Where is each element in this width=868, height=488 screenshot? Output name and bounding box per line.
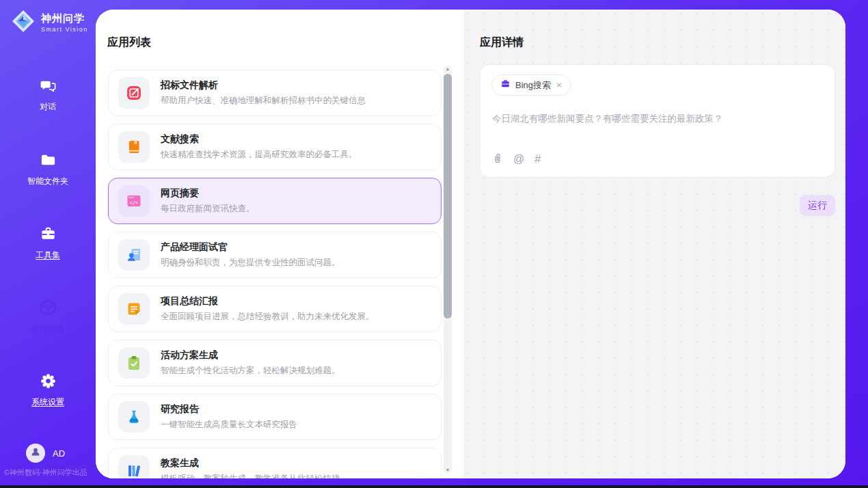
sidebar-item-smart-folder[interactable]: 智能文件夹 <box>0 151 96 187</box>
scrollbar[interactable]: ▲ ▼ <box>444 66 452 473</box>
chat-icon <box>39 77 57 98</box>
brand-name: 神州问学 <box>41 12 85 24</box>
app-description: 快速精准查找学术资源，提高研究效率的必备工具。 <box>161 149 357 161</box>
app-list-item[interactable]: 活动方案生成 智能生成个性化活动方案，轻松解决规划难题。 <box>108 340 442 386</box>
app-title: 网页摘要 <box>161 187 255 200</box>
book-icon <box>118 131 150 163</box>
scrollbar-thumb[interactable] <box>444 74 452 318</box>
tool-chip-bing-search[interactable]: Bing搜索 × <box>491 74 571 96</box>
app-title: 教案生成 <box>161 457 340 470</box>
sidebar-item-label: 系统设置 <box>0 396 96 408</box>
sidebar-item-label: 应用市场 <box>0 323 96 335</box>
person-icon <box>29 446 42 461</box>
attachment-icon[interactable] <box>492 152 503 167</box>
query-text[interactable]: 今日湖北有哪些新闻要点？有哪些需要关注的最新政策？ <box>492 113 824 125</box>
user-name: AD <box>53 448 65 459</box>
browser-code-icon: </> <box>118 185 150 217</box>
sidebar-item-toolset[interactable]: 工具集 <box>0 225 96 261</box>
bottom-bar <box>0 485 868 488</box>
mention-icon[interactable]: @ <box>513 153 524 165</box>
app-title: 研究报告 <box>161 403 297 416</box>
input-toolbar: @ # <box>492 152 541 167</box>
app-list: 招标文件解析 帮助用户快速、准确地理解和解析招标书中的关键信息 <box>108 60 442 478</box>
sidebar: 神州问学 Smart Vision 对话 智能文件夹 <box>0 0 96 488</box>
user-account[interactable]: AD <box>26 444 65 463</box>
app-description: 智能生成个性化活动方案，轻松解决规划难题。 <box>161 365 340 377</box>
app-list-panel: 应用列表 招标文件解析 帮助用户快速、准确地理 <box>96 10 463 478</box>
app-list-item[interactable]: 文献搜索 快速精准查找学术资源，提高研究效率的必备工具。 <box>108 124 442 170</box>
sidebar-item-label: 工具集 <box>0 249 96 261</box>
app-description: 明确身份和职责，为您提供专业性的面试问题。 <box>161 257 340 269</box>
app-description: 模板驱动，教案秒生成，教学准备从此轻松快捷 <box>161 473 340 478</box>
app-list-item[interactable]: 项目总结汇报 全面回顾项目进展，总结经验教训，助力未来优化发展。 <box>108 286 442 332</box>
clipboard-check-icon <box>118 347 150 379</box>
app-description: 一键智能生成高质量长文本研究报告 <box>161 419 297 431</box>
app-title: 活动方案生成 <box>161 349 340 362</box>
app-list-title: 应用列表 <box>107 36 151 50</box>
folder-icon <box>39 151 57 172</box>
books-icon <box>118 455 150 478</box>
edit-document-icon <box>118 77 150 109</box>
hash-icon[interactable]: # <box>534 153 541 165</box>
sidebar-item-label: 对话 <box>0 101 96 113</box>
app-list-item[interactable]: 招标文件解析 帮助用户快速、准确地理解和解析招标书中的关键信息 <box>108 70 442 116</box>
brand: 神州问学 Smart Vision <box>11 9 88 36</box>
app-title: 文献搜索 <box>161 133 357 146</box>
interviewer-icon <box>118 239 150 271</box>
brand-subtitle: Smart Vision <box>41 26 88 33</box>
tool-chip-label: Bing搜索 <box>515 79 551 92</box>
scroll-up-icon[interactable]: ▲ <box>444 66 452 71</box>
sidebar-item-label: 智能文件夹 <box>0 176 96 187</box>
app-window: 神州问学 Smart Vision 对话 智能文件夹 <box>0 0 868 488</box>
scroll-down-icon[interactable]: ▼ <box>444 467 452 472</box>
app-title: 招标文件解析 <box>161 79 366 92</box>
app-list-item-selected[interactable]: </> 网页摘要 每日政府新闻资讯快查。 <box>108 178 442 224</box>
report-note-icon <box>118 293 150 325</box>
cube-icon <box>38 298 57 320</box>
sidebar-item-chat[interactable]: 对话 <box>0 77 96 113</box>
toolbox-icon <box>39 225 57 246</box>
close-icon[interactable]: × <box>556 81 562 90</box>
app-list-item[interactable]: 教案生成 模板驱动，教案秒生成，教学准备从此轻松快捷 <box>108 448 442 478</box>
gear-icon <box>39 372 57 393</box>
content-area: 应用列表 招标文件解析 帮助用户快速、准确地理 <box>96 10 845 478</box>
prompt-input-card[interactable]: Bing搜索 × 今日湖北有哪些新闻要点？有哪些需要关注的最新政策？ @ # <box>480 64 835 178</box>
research-icon <box>118 401 150 433</box>
app-title: 产品经理面试官 <box>161 241 340 254</box>
app-list-item[interactable]: 研究报告 一键智能生成高质量长文本研究报告 <box>108 394 442 440</box>
app-detail-panel: 应用详情 Bing搜索 × 今日湖北有哪些新闻要点？有哪些需要关注的最新政策？ <box>463 10 845 478</box>
app-detail-title: 应用详情 <box>480 36 524 50</box>
avatar <box>26 444 45 463</box>
app-description: 每日政府新闻资讯快查。 <box>161 203 255 215</box>
app-description: 全面回顾项目进展，总结经验教训，助力未来优化发展。 <box>161 311 375 323</box>
app-description: 帮助用户快速、准确地理解和解析招标书中的关键信息 <box>161 95 366 107</box>
app-list-item[interactable]: 产品经理面试官 明确身份和职责，为您提供专业性的面试问题。 <box>108 232 442 278</box>
sidebar-item-settings[interactable]: 系统设置 <box>0 372 96 408</box>
sidebar-item-app-market[interactable]: 应用市场 <box>0 298 96 335</box>
diamond-logo-icon <box>11 9 36 36</box>
run-button[interactable]: 运行 <box>800 195 835 216</box>
briefcase-icon <box>500 79 511 92</box>
svg-text:</>: </> <box>130 200 139 206</box>
app-title: 项目总结汇报 <box>161 295 375 308</box>
copyright-text: ©神州数码·神州问学出品 <box>4 467 87 478</box>
